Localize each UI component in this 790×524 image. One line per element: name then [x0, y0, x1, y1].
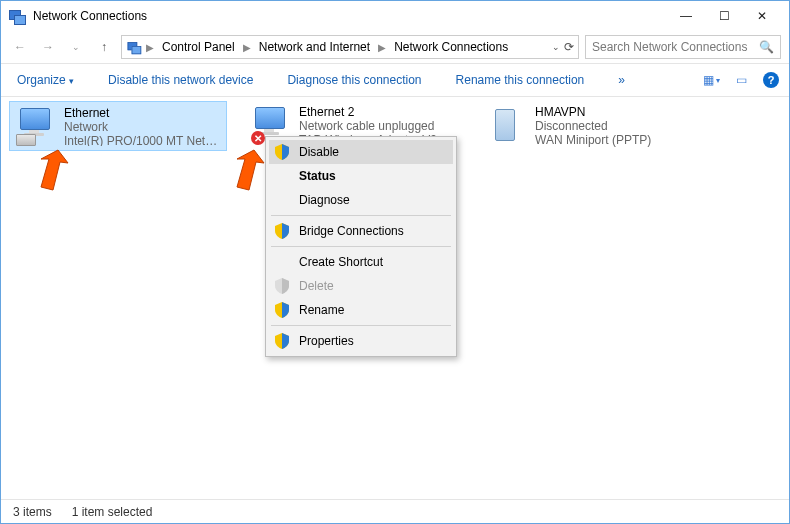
- chevron-down-icon: ▾: [69, 76, 74, 86]
- menu-item-rename[interactable]: Rename: [269, 298, 453, 322]
- connection-detail: WAN Miniport (PPTP): [535, 133, 651, 147]
- menu-item-delete: Delete: [269, 274, 453, 298]
- menu-item-diagnose[interactable]: Diagnose: [269, 188, 453, 212]
- content-area: Ethernet Network Intel(R) PRO/1000 MT Ne…: [1, 97, 789, 487]
- annotation-arrow: [23, 145, 73, 195]
- chevron-right-icon: ▶: [243, 42, 251, 53]
- ethernet-icon: [16, 106, 56, 146]
- search-input[interactable]: Search Network Connections 🔍: [585, 35, 781, 59]
- shield-icon: [275, 302, 289, 318]
- search-icon: 🔍: [759, 40, 774, 54]
- maximize-button[interactable]: ☐: [705, 1, 743, 31]
- disable-device-button[interactable]: Disable this network device: [102, 69, 259, 91]
- shield-icon: [275, 144, 289, 160]
- annotation-arrow: [219, 145, 269, 195]
- menu-item-shortcut[interactable]: Create Shortcut: [269, 250, 453, 274]
- breadcrumb-item[interactable]: Network and Internet: [255, 38, 374, 56]
- menu-item-status[interactable]: Status: [269, 164, 453, 188]
- minimize-button[interactable]: —: [667, 1, 705, 31]
- menu-separator: [271, 215, 451, 216]
- chevron-right-icon: ▶: [378, 42, 386, 53]
- status-bar: 3 items 1 item selected: [1, 499, 789, 523]
- organize-button[interactable]: Organize ▾: [11, 69, 80, 91]
- path-icon: [128, 41, 141, 54]
- menu-item-disable[interactable]: Disable: [269, 140, 453, 164]
- close-button[interactable]: ✕: [743, 1, 781, 31]
- command-toolbar: Organize ▾ Disable this network device D…: [1, 63, 789, 97]
- breadcrumb[interactable]: ▶ Control Panel ▶ Network and Internet ▶…: [121, 35, 579, 59]
- menu-item-properties[interactable]: Properties: [269, 329, 453, 353]
- connection-detail: Intel(R) PRO/1000 MT Network C...: [64, 134, 220, 146]
- search-placeholder: Search Network Connections: [592, 40, 747, 54]
- menu-item-bridge[interactable]: Bridge Connections: [269, 219, 453, 243]
- help-icon[interactable]: ?: [763, 72, 779, 88]
- connection-status: Network cable unplugged: [299, 119, 437, 133]
- app-icon: [9, 8, 25, 24]
- chevron-right-icon: ▶: [146, 42, 154, 53]
- connection-name: Ethernet 2: [299, 105, 437, 119]
- preview-pane-icon[interactable]: ▭: [733, 72, 749, 88]
- refresh-icon[interactable]: ⟳: [564, 40, 574, 54]
- connection-tile-hmavpn[interactable]: HMAVPN Disconnected WAN Miniport (PPTP): [481, 101, 699, 151]
- diagnose-button[interactable]: Diagnose this connection: [281, 69, 427, 91]
- connection-name: HMAVPN: [535, 105, 651, 119]
- connection-status: Network: [64, 120, 220, 134]
- history-dropdown-icon[interactable]: ⌄: [552, 42, 560, 52]
- overflow-button[interactable]: »: [612, 69, 631, 91]
- breadcrumb-item[interactable]: Control Panel: [158, 38, 239, 56]
- window-title: Network Connections: [33, 9, 147, 23]
- recent-locations-button[interactable]: ⌄: [65, 36, 87, 58]
- shield-icon: [275, 223, 289, 239]
- back-button[interactable]: ←: [9, 36, 31, 58]
- title-bar: Network Connections — ☐ ✕: [1, 1, 789, 31]
- connection-name: Ethernet: [64, 106, 220, 120]
- vpn-server-icon: [487, 105, 527, 145]
- view-options-icon[interactable]: ▦▾: [703, 72, 719, 88]
- up-button[interactable]: ↑: [93, 36, 115, 58]
- shield-icon: [275, 333, 289, 349]
- forward-button[interactable]: →: [37, 36, 59, 58]
- selection-count: 1 item selected: [72, 505, 153, 519]
- address-bar: ← → ⌄ ↑ ▶ Control Panel ▶ Network and In…: [1, 31, 789, 63]
- rename-button[interactable]: Rename this connection: [450, 69, 591, 91]
- menu-separator: [271, 246, 451, 247]
- breadcrumb-item[interactable]: Network Connections: [390, 38, 512, 56]
- menu-separator: [271, 325, 451, 326]
- connection-tile-ethernet[interactable]: Ethernet Network Intel(R) PRO/1000 MT Ne…: [9, 101, 227, 151]
- connection-status: Disconnected: [535, 119, 651, 133]
- shield-icon: [275, 278, 289, 294]
- context-menu: Disable Status Diagnose Bridge Connectio…: [265, 136, 457, 357]
- item-count: 3 items: [13, 505, 52, 519]
- window-controls: — ☐ ✕: [667, 1, 781, 31]
